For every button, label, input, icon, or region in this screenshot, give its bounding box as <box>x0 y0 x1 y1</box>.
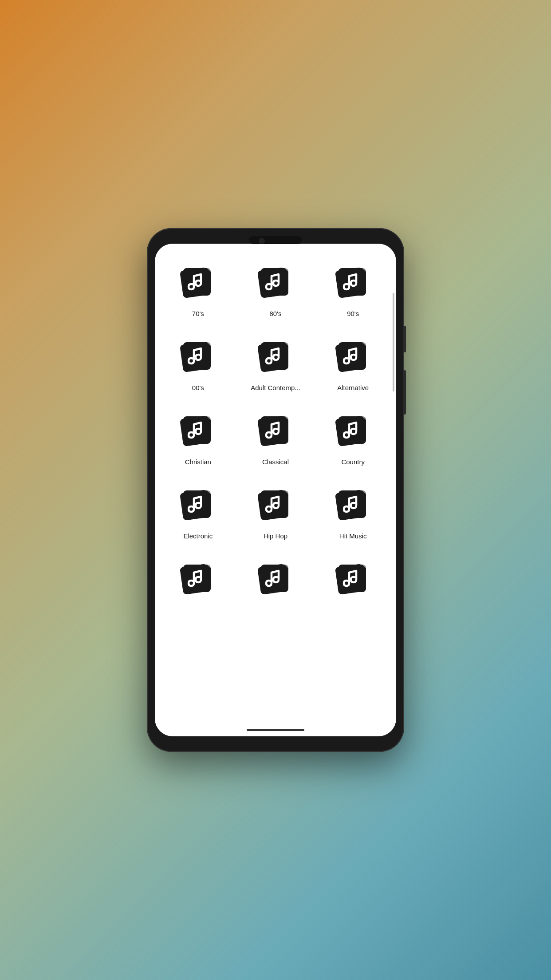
genre-item-adult-contemp[interactable]: Adult Contemp... <box>237 327 315 401</box>
genre-item-seventies[interactable]: 70's <box>159 253 237 327</box>
genre-item-genre-15[interactable] <box>314 549 392 615</box>
music-icon-hip-hop <box>256 486 295 526</box>
genre-item-classical[interactable]: Classical <box>237 401 315 475</box>
genre-item-alternative[interactable]: Alternative <box>314 327 392 401</box>
genre-grid: 70's 80's 90's 00's <box>159 253 392 615</box>
music-icon-genre-15 <box>333 560 373 600</box>
music-icon-nineties <box>333 264 373 304</box>
genre-label-electronic: Electronic <box>183 532 213 540</box>
phone-button-power <box>403 370 406 415</box>
genre-item-genre-14[interactable] <box>237 549 315 615</box>
genre-item-hip-hop[interactable]: Hip Hop <box>237 475 315 549</box>
music-icon-adult-contemp <box>256 338 295 378</box>
genre-label-adult-contemp: Adult Contemp... <box>251 384 300 392</box>
genre-label-christian: Christian <box>185 458 211 466</box>
genre-label-thousands: 00's <box>192 384 204 392</box>
music-icon-eighties <box>256 264 295 304</box>
scrollbar-indicator <box>393 293 394 391</box>
genre-item-eighties[interactable]: 80's <box>237 253 315 327</box>
screen-content: 70's 80's 90's 00's <box>155 244 396 736</box>
genre-label-alternative: Alternative <box>337 384 369 392</box>
music-icon-genre-13 <box>178 560 218 600</box>
genre-label-country: Country <box>341 458 365 466</box>
genre-label-nineties: 90's <box>347 310 359 318</box>
genre-label-hip-hop: Hip Hop <box>264 532 287 540</box>
genre-item-christian[interactable]: Christian <box>159 401 237 475</box>
music-icon-genre-14 <box>256 560 295 600</box>
music-icon-seventies <box>178 264 218 304</box>
genre-item-hit-music[interactable]: Hit Music <box>314 475 392 549</box>
music-icon-thousands <box>178 338 218 378</box>
music-icon-country <box>333 412 373 452</box>
genre-item-thousands[interactable]: 00's <box>159 327 237 401</box>
phone-button-volume <box>403 326 406 352</box>
genre-item-country[interactable]: Country <box>314 401 392 475</box>
phone-screen: 70's 80's 90's 00's <box>155 244 396 736</box>
phone-frame: 70's 80's 90's 00's <box>147 228 404 752</box>
genre-item-electronic[interactable]: Electronic <box>159 475 237 549</box>
music-icon-alternative <box>333 338 373 378</box>
bottom-bar <box>247 729 304 731</box>
genre-label-eighties: 80's <box>269 310 281 318</box>
music-icon-hit-music <box>333 486 373 526</box>
music-icon-electronic <box>178 486 218 526</box>
music-icon-christian <box>178 412 218 452</box>
genre-label-seventies: 70's <box>192 310 204 318</box>
genre-item-nineties[interactable]: 90's <box>314 253 392 327</box>
genre-label-hit-music: Hit Music <box>339 532 367 540</box>
genre-item-genre-13[interactable] <box>159 549 237 615</box>
music-icon-classical <box>256 412 295 452</box>
genre-label-classical: Classical <box>262 458 289 466</box>
